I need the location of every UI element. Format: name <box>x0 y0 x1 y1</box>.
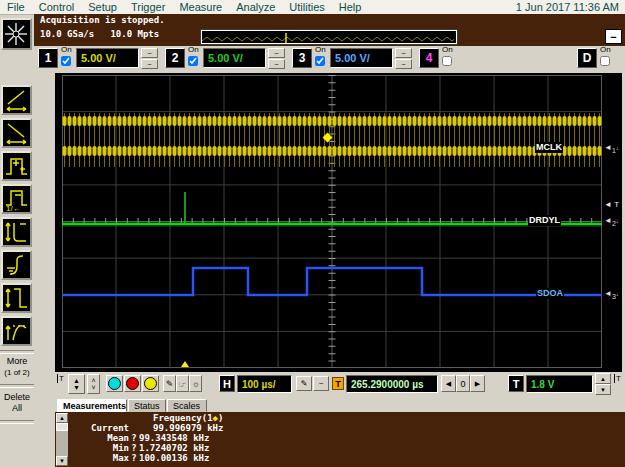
svg-text:1/←: 1/← <box>6 204 21 212</box>
rise-time-icon <box>3 87 30 113</box>
mclk-label: MCLK <box>535 142 563 153</box>
trigger-level-up-button[interactable]: ▲ <box>595 373 611 384</box>
v-min-button[interactable] <box>1 217 32 247</box>
menu-setup[interactable]: Setup <box>81 1 124 13</box>
measurements-scrollbar[interactable]: ▲ ▼ <box>56 413 68 466</box>
v-peak-peak-button[interactable] <box>1 283 32 313</box>
menu-utilities[interactable]: Utilities <box>282 1 331 13</box>
waveform-tool-button[interactable]: ~ <box>313 376 329 391</box>
tab-measurements[interactable]: Measurements <box>57 399 127 412</box>
channel-3-scale-display[interactable]: 5.00 V/ <box>330 48 393 68</box>
channel-2-wave-down-button[interactable]: ~ <box>268 59 285 69</box>
menu-control[interactable]: Control <box>32 1 81 13</box>
channel-3-wave-up-button[interactable]: ~ <box>395 48 412 58</box>
channel-2-number: 2 <box>172 51 179 65</box>
drdyl-label: DRDYL <box>528 215 561 226</box>
channel-1-wave-up-button[interactable]: ~ <box>141 48 158 58</box>
yellow-marker-icon <box>144 377 157 390</box>
digital-on-label: On <box>600 46 611 54</box>
scroll-up-button[interactable]: ▲ <box>56 413 68 423</box>
channel-1-scale-display[interactable]: 5.00 V/ <box>76 48 139 68</box>
horizontal-menu-button[interactable]: H <box>219 375 235 392</box>
fine-spinner[interactable]: ˄˅ <box>87 374 100 394</box>
v-average-icon <box>3 318 30 344</box>
fall-time-button[interactable] <box>1 118 32 148</box>
trigger-level-display[interactable]: 1.8 V <box>526 375 593 393</box>
up-arrow-icon: ▲ <box>59 415 65 421</box>
preview-waveform-icon <box>202 33 454 43</box>
more-measurements-button[interactable]: More(1 of 2) <box>0 356 34 378</box>
channel-1-on-label: On <box>61 46 72 54</box>
delete-all-button[interactable]: DeleteAll <box>0 392 34 414</box>
delay-increment-button[interactable]: ▶ <box>470 375 485 392</box>
minimize-status-button[interactable]: − <box>605 29 622 44</box>
position-spinner[interactable]: ▲▼ <box>68 374 85 394</box>
channel-4-on-checkbox[interactable] <box>442 56 452 66</box>
channel-3-number: 3 <box>299 51 306 65</box>
channel-1-button[interactable]: 1 <box>38 48 58 68</box>
sdoa-label: SDOA <box>536 288 564 299</box>
ch1-ground-marker[interactable]: ◄1↓ <box>604 144 619 155</box>
delay-decrement-button[interactable]: ◀ <box>441 375 456 392</box>
annotate-button[interactable]: ✎ <box>163 375 176 392</box>
tab-scales[interactable]: Scales <box>167 399 207 412</box>
channel-4-button[interactable]: 4 <box>419 48 439 68</box>
delay-zero-button[interactable]: 0 <box>456 375 470 392</box>
acquisition-preview-bar[interactable] <box>200 29 458 45</box>
scroll-thumb[interactable] <box>56 423 68 431</box>
measurement-row-max: Max?100.00136 kHz <box>73 453 223 463</box>
horizontal-toolbar: T ▲▼ ˄˅ ✎ ☞ ☼ H 100 µs/ ✎ ~ T 265.290000… <box>55 372 625 398</box>
channel-2-on-checkbox[interactable] <box>188 56 198 66</box>
channel-2-scale-display[interactable]: 5.00 V/ <box>203 48 266 68</box>
agilent-logo-button[interactable] <box>1 18 32 50</box>
menu-measure[interactable]: Measure <box>172 1 229 13</box>
v-average-button[interactable] <box>1 316 32 346</box>
measurement-readout: Frequency(1◆) Current99.996979 kHz Mean?… <box>73 413 223 463</box>
scope-graticule <box>62 75 602 368</box>
digital-channels-button[interactable]: D <box>577 48 597 68</box>
frequency-button[interactable]: 1/← <box>1 184 32 214</box>
scroll-down-button[interactable]: ▼ <box>56 456 68 466</box>
channel-2-button[interactable]: 2 <box>165 48 185 68</box>
sample-rate-status: 10.0 GSa/s 10.0 Mpts <box>40 29 159 39</box>
acquisition-status: Acquisition is stopped. <box>40 15 165 25</box>
touch-button[interactable]: ☞ <box>176 375 189 392</box>
channel-1-wave-down-button[interactable]: ~ <box>141 59 158 69</box>
measurement-title: Frequency(1◆) <box>73 413 223 423</box>
channel-1-on-checkbox[interactable] <box>61 56 71 66</box>
menu-file[interactable]: File <box>0 1 32 13</box>
delay-time-display[interactable]: 265.2900000 µs <box>346 375 438 393</box>
status-panel: Acquisition is stopped. 10.0 GSa/s 10.0 … <box>34 14 625 46</box>
ch3-ground-marker[interactable]: ◄3↓ <box>604 290 619 301</box>
trigger-level-marker[interactable]: ◄ T <box>604 201 619 209</box>
measurement-row-min: Min?1.7240702 kHz <box>73 443 223 453</box>
channel-3-on-checkbox[interactable] <box>315 56 325 66</box>
cyan-marker-icon <box>108 377 121 390</box>
marker-b-button[interactable] <box>124 375 141 392</box>
v-base-icon <box>3 252 30 278</box>
menu-trigger[interactable]: Trigger <box>124 1 172 13</box>
intensity-button[interactable]: ☼ <box>189 375 202 392</box>
menu-help[interactable]: Help <box>332 1 369 13</box>
rise-time-button[interactable] <box>1 85 32 115</box>
marker-c-button[interactable] <box>142 375 159 392</box>
down-arrow-icon: ▼ <box>59 458 65 464</box>
cursor-tool-button[interactable]: ✎ <box>296 376 312 391</box>
v-base-button[interactable] <box>1 250 32 280</box>
datetime-display: 1 Jun 2017 11:36 AM <box>516 1 625 13</box>
channel-3-wave-down-button[interactable]: ~ <box>395 59 412 69</box>
trigger-menu-button[interactable]: T <box>508 375 524 392</box>
positive-width-button[interactable] <box>1 151 32 181</box>
menu-analyze[interactable]: Analyze <box>229 1 282 13</box>
channel-1-number: 1 <box>45 51 52 65</box>
measurement-row-mean: Mean?99.343548 kHz <box>73 433 223 443</box>
tab-status[interactable]: Status <box>128 399 166 412</box>
timebase-display[interactable]: 100 µs/ <box>237 375 292 393</box>
channel-3-button[interactable]: 3 <box>292 48 312 68</box>
ch2-ground-marker[interactable]: ◄2↓ <box>604 217 619 228</box>
marker-a-button[interactable] <box>106 375 123 392</box>
trigger-level-down-button[interactable]: ▼ <box>595 384 611 395</box>
digital-on-checkbox[interactable] <box>600 56 610 66</box>
right-arrow-icon: ▶ <box>475 380 480 388</box>
channel-2-wave-up-button[interactable]: ~ <box>268 48 285 58</box>
